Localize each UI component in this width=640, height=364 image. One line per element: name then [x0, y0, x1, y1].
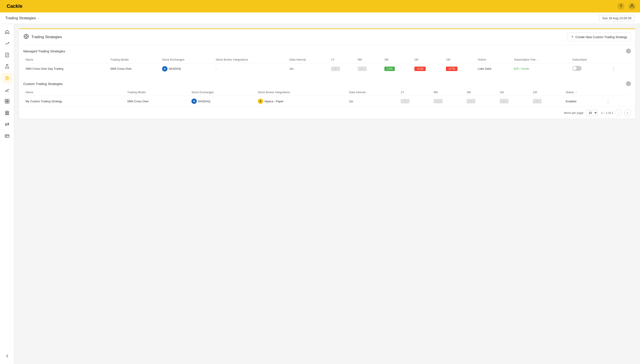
- custom-info-button[interactable]: i: [626, 81, 631, 86]
- status-value: Enabled: [566, 100, 576, 103]
- sidebar-item-portfolio[interactable]: [2, 96, 13, 106]
- managed-info-button[interactable]: i: [626, 48, 631, 54]
- row-name: SMA Cross Over Day Trading: [23, 63, 108, 74]
- col-trading-model: Trading Model: [108, 56, 160, 63]
- col-3m: 3M: [464, 89, 497, 96]
- help-button[interactable]: ?: [617, 3, 624, 10]
- row-perf-1y: -: [329, 63, 356, 74]
- perf-1w-badge: -0.7%: [446, 66, 457, 71]
- col-status: Status ↓: [563, 89, 602, 96]
- col-stock-exchanges: Stock Exchanges: [160, 56, 213, 63]
- main-layout: Trading Strategies + Create New Custom T…: [0, 24, 640, 364]
- sidebar-item-transfers[interactable]: [2, 119, 13, 130]
- sidebar-item-billing[interactable]: [2, 130, 13, 141]
- items-per-page-control: Items per page: 10 15 25 50: [564, 110, 597, 116]
- sort-icon: ↓: [576, 91, 577, 94]
- col-trading-model: Trading Model: [125, 89, 189, 96]
- items-per-page-select[interactable]: 10 15 25 50: [586, 110, 597, 116]
- breadcrumb: Trading Strategies ›: [5, 16, 39, 20]
- col-6m: 6M: [431, 89, 465, 96]
- subscription-fee-value: $25 / month: [514, 67, 529, 70]
- row-perf-3m: -: [464, 96, 497, 107]
- managed-table-wrapper: Name Trading Model Stock Exchanges Stock…: [23, 56, 631, 74]
- breadcrumb-text: Trading Strategies: [5, 16, 36, 20]
- row-perf-1w: -0.7%: [444, 63, 475, 74]
- col-subscription-fee: Subscription Fee ↓: [512, 56, 570, 63]
- custom-section: Custom Trading Strategies i Name Trading…: [19, 78, 635, 106]
- row-broker: -: [213, 63, 287, 74]
- col-name: Name: [23, 56, 108, 63]
- exchange-cell: N NASDAQ: [191, 98, 253, 104]
- sidebar-item-home[interactable]: [2, 27, 13, 37]
- breadcrumb-bar: Trading Strategies › Sun 28 Aug 23:00:39: [0, 12, 640, 24]
- perf-1m-badge: -: [500, 99, 508, 104]
- table-row: SMA Cross Over Day Trading SMA Cross Ove…: [23, 63, 631, 74]
- strategies-icon: [5, 76, 10, 80]
- managed-table-body: SMA Cross Over Day Trading SMA Cross Ove…: [23, 63, 631, 74]
- pagination-prev-button[interactable]: ‹: [615, 110, 622, 116]
- managed-title-text: Managed Trading Strategies: [23, 49, 65, 53]
- main-card: Trading Strategies + Create New Custom T…: [19, 28, 635, 119]
- svg-rect-26: [5, 135, 9, 138]
- broker-cell: A Alpaca - Paper: [258, 98, 345, 104]
- sidebar-item-bank[interactable]: [2, 108, 13, 118]
- col-1m: 1M: [412, 56, 444, 63]
- row-name: My Custom Trading Strategy: [23, 96, 125, 107]
- topbar: Cackle ?: [0, 0, 640, 12]
- custom-title-text: Custom Trading Strategies: [23, 82, 63, 86]
- row-exchange: N NASDAQ: [189, 96, 255, 107]
- managed-section-title: Managed Trading Strategies i: [23, 48, 631, 54]
- sidebar-collapse-button[interactable]: [2, 351, 13, 361]
- table-row: My Custom Trading Strategy SMA Cross Ove…: [23, 96, 631, 107]
- pagination-next-button[interactable]: ›: [624, 110, 631, 116]
- row-more-button[interactable]: ⋮: [610, 66, 617, 72]
- custom-table-body: My Custom Trading Strategy SMA Cross Ove…: [23, 96, 631, 107]
- plus-icon: +: [571, 34, 574, 39]
- row-author: Luke Saint: [475, 63, 512, 74]
- app-name: Cackle: [7, 3, 23, 9]
- topbar-right: ?: [617, 3, 635, 10]
- datetime-display: Sun 28 Aug 23:00:39: [599, 15, 635, 21]
- col-actions: [602, 89, 631, 96]
- col-stock-exchanges: Stock Exchanges: [189, 89, 255, 96]
- row-broker: A Alpaca - Paper: [256, 96, 347, 107]
- sidebar-item-lab[interactable]: [2, 61, 13, 72]
- col-1y: 1Y: [329, 56, 356, 63]
- sidebar-item-strategies[interactable]: [2, 73, 13, 84]
- section-divider: [19, 74, 635, 78]
- perf-3m-badge: -: [467, 99, 475, 104]
- content-area: Trading Strategies + Create New Custom T…: [14, 24, 640, 364]
- custom-table: Name Trading Model Stock Exchanges Stock…: [23, 89, 631, 106]
- trading-strategies-icon: [23, 34, 29, 40]
- home-icon: [5, 30, 10, 34]
- reports-icon: [5, 52, 10, 58]
- col-data-interval: Data Interval: [347, 89, 398, 96]
- perf-1w-badge: -: [533, 99, 542, 104]
- help-icon: ?: [620, 4, 622, 9]
- row-perf-1w: -: [530, 96, 564, 107]
- sidebar-item-reports[interactable]: [2, 50, 13, 60]
- create-strategy-button[interactable]: + Create New Custom Trading Strategy: [568, 33, 631, 41]
- svg-rect-18: [7, 102, 9, 103]
- col-name: Name: [23, 89, 125, 96]
- topbar-left: Cackle: [5, 3, 23, 9]
- performance-icon: [5, 87, 10, 92]
- row-more-button[interactable]: ⋮: [604, 98, 611, 104]
- row-subscribed: [570, 63, 608, 74]
- row-perf-6m: -: [431, 96, 465, 107]
- sidebar-top: [2, 27, 13, 141]
- pagination-control: 1 – 1 of 1 ‹ ›: [601, 110, 631, 116]
- sidebar-item-performance[interactable]: [2, 84, 13, 95]
- perf-1y-badge: -: [401, 99, 409, 104]
- col-author: Author: [475, 56, 512, 63]
- exchange-logo: N: [191, 98, 197, 104]
- col-6m: 6M: [356, 56, 382, 63]
- row-perf-6m: -: [356, 63, 382, 74]
- portfolio-icon: [5, 99, 10, 104]
- subscribed-toggle[interactable]: [572, 66, 581, 71]
- row-data-interval: 1m: [347, 96, 398, 107]
- sidebar-item-analytics[interactable]: [2, 38, 13, 49]
- row-perf-1y: -: [398, 96, 431, 107]
- create-button-label: Create New Custom Trading Strategy: [575, 35, 627, 39]
- user-menu-button[interactable]: [628, 3, 635, 10]
